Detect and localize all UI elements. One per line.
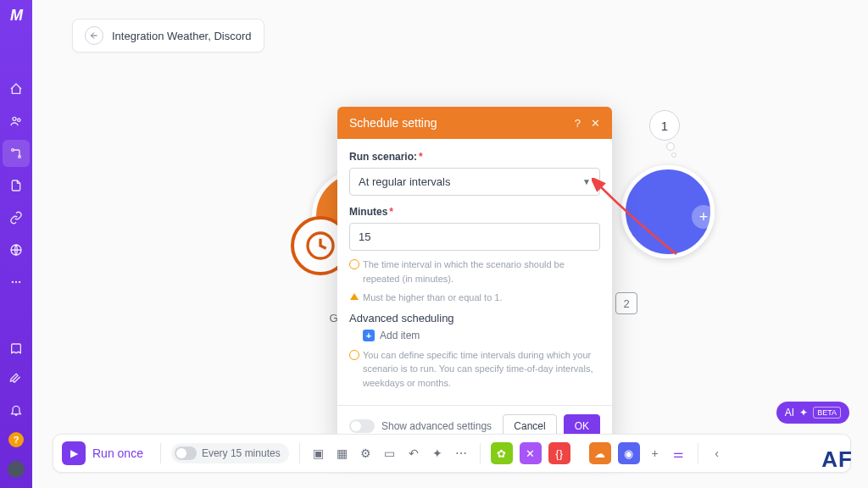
connections-icon[interactable] <box>8 209 25 226</box>
save-icon[interactable]: ▣ <box>310 445 327 462</box>
bottom-toolbar: ▶ Run once Every 15 minutes ▣ ▦ ⚙ ▭ ↶ ✦ … <box>53 434 851 473</box>
minutes-input[interactable] <box>349 223 600 251</box>
add-item-button[interactable]: + Add item <box>363 330 600 341</box>
modal-title: Schedule setting <box>349 116 437 130</box>
step-badge-2: 2 <box>615 292 637 314</box>
close-icon[interactable]: ✕ <box>591 117 600 130</box>
home-icon[interactable] <box>8 80 25 97</box>
watermark: AF <box>821 446 853 473</box>
schedule-toggle[interactable]: Every 15 minutes <box>171 443 289 463</box>
advanced-label: Advanced scheduling <box>349 312 600 324</box>
switch-icon <box>175 446 197 460</box>
settings-icon[interactable]: ⚙ <box>358 445 375 462</box>
help-icon[interactable]: ? <box>575 117 581 130</box>
logo-icon: M <box>10 7 22 25</box>
avatar[interactable] <box>8 461 25 478</box>
run-scenario-select[interactable]: At regular intervals ▼ <box>349 168 600 196</box>
weather-chip[interactable]: ☁ <box>589 442 611 464</box>
run-button[interactable]: ▶ <box>62 441 86 465</box>
modal-header: Schedule setting ? ✕ <box>337 107 612 139</box>
docs-icon[interactable] <box>8 341 25 358</box>
svg-point-0 <box>13 117 16 120</box>
step-badge-1: 1 <box>649 110 680 141</box>
sidebar: M ? <box>0 0 32 488</box>
schedule-modal: Schedule setting ? ✕ Run scenario:* At r… <box>337 107 612 446</box>
help-icon[interactable]: ? <box>8 432 24 447</box>
sparkle-icon: ✦ <box>799 407 808 419</box>
webhooks-icon[interactable] <box>8 241 25 258</box>
notes-icon[interactable]: ▭ <box>381 445 398 462</box>
plus-icon: + <box>363 330 375 341</box>
bell-icon[interactable] <box>8 402 25 419</box>
module-chip-3[interactable]: {} <box>548 442 570 464</box>
scenarios-icon[interactable] <box>3 140 30 167</box>
svg-point-1 <box>18 119 20 121</box>
minutes-validation: Must be higher than or equal to 1. <box>349 291 600 305</box>
svg-point-2 <box>12 149 14 152</box>
more-tools-icon[interactable]: ⋯ <box>453 445 470 462</box>
minutes-hint: The time interval in which the scenario … <box>349 258 600 286</box>
team-icon[interactable] <box>8 113 25 130</box>
svg-point-6 <box>15 281 17 283</box>
show-advanced-label: Show advanced settings <box>381 420 496 432</box>
filter-icon[interactable]: ⚌ <box>670 445 687 462</box>
templates-icon[interactable] <box>8 177 25 194</box>
discord-icon: + <box>621 165 715 258</box>
magic-icon[interactable]: ✦ <box>429 445 446 462</box>
minutes-label: Minutes* <box>349 206 600 218</box>
rocket-icon[interactable] <box>8 371 25 388</box>
svg-point-3 <box>19 156 21 158</box>
module-chip-1[interactable]: ✿ <box>491 442 513 464</box>
ai-badge[interactable]: AI ✦ BETA <box>776 402 849 424</box>
collapse-icon[interactable]: ‹ <box>709 445 726 462</box>
advanced-toggle[interactable] <box>349 419 375 433</box>
module-chip-2[interactable]: ✕ <box>520 442 542 464</box>
undo-icon[interactable]: ↶ <box>405 445 422 462</box>
layout-icon[interactable]: ▦ <box>334 445 351 462</box>
advanced-hint: You can define specific time intervals d… <box>349 348 600 391</box>
run-label[interactable]: Run once <box>92 446 143 460</box>
more-icon[interactable] <box>8 274 25 291</box>
chevron-down-icon: ▼ <box>582 177 591 186</box>
add-module-icon[interactable]: + <box>647 445 664 462</box>
discord-node[interactable]: + <box>621 165 715 258</box>
discord-chip[interactable]: ◉ <box>618 442 640 464</box>
run-scenario-label: Run scenario:* <box>349 151 600 163</box>
thought-bubble-icon <box>659 142 676 158</box>
svg-point-7 <box>19 281 20 283</box>
svg-point-5 <box>12 281 14 283</box>
